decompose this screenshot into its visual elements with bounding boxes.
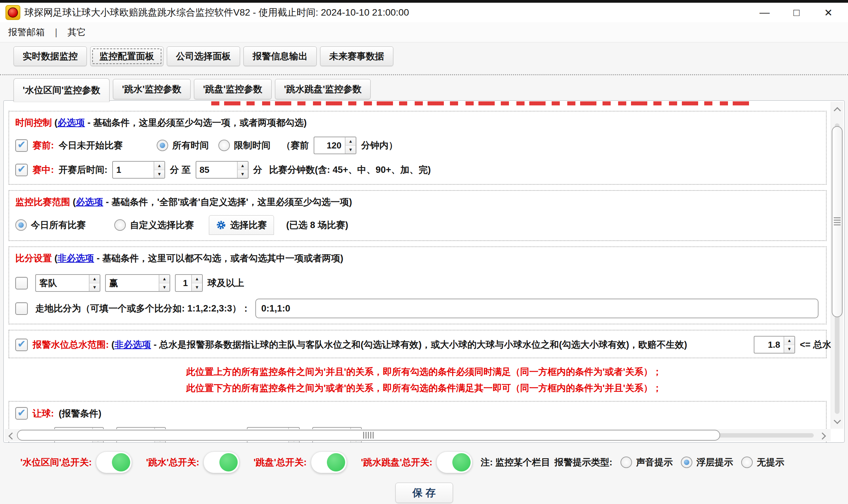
save-button[interactable]: 保 存	[395, 483, 453, 503]
no-alert-radio-group[interactable]: 无提示	[741, 456, 784, 468]
diving-jump-switch-label: '跳水跳盘'总开关:	[361, 456, 432, 468]
handicap-checkbox[interactable]	[15, 407, 28, 420]
spin-up-icon[interactable]	[89, 275, 100, 283]
goals-spinner[interactable]: 1	[175, 274, 203, 292]
relation-note-below: 此位置下方的所有监控条件之间为'或者'的关系，即所有勾选的条件满足其一即可（同一…	[4, 380, 844, 396]
scroll-down-icon[interactable]	[831, 415, 843, 427]
sound-alert-radio-group[interactable]: 声音提示	[620, 456, 673, 468]
tab-company-select[interactable]: 公司选择面板	[167, 47, 240, 66]
handicap-label: 让球:	[33, 408, 54, 420]
handicap-note: (报警条件)	[59, 408, 101, 420]
toggle-knob	[112, 453, 130, 471]
team-select[interactable]: 客队	[35, 274, 100, 292]
config-panel: 时间控制 (必选项 - 基础条件，这里必须至少勾选一项，或者两项都勾选) 赛前:…	[3, 100, 845, 443]
spin-up-icon[interactable]	[784, 337, 794, 345]
limit-time-radio-group[interactable]: 限制时间	[218, 139, 270, 151]
vertical-scrollbar[interactable]	[831, 102, 843, 429]
no-alert-radio[interactable]	[741, 456, 753, 468]
spin-down-icon[interactable]	[192, 283, 202, 291]
menu-separator: |	[55, 27, 57, 38]
match-minute-to-spinner[interactable]: 85	[196, 161, 249, 179]
overlay-alert-radio[interactable]	[681, 456, 692, 468]
menu-item-other[interactable]: 其它	[66, 25, 88, 39]
clipped-red-text-line	[211, 101, 751, 105]
water-range-toggle[interactable]	[96, 451, 132, 473]
subtab-diving-jump[interactable]: '跳水跳盘'监控参数	[275, 79, 371, 99]
subtab-water-range[interactable]: '水位区间'监控参数	[14, 78, 109, 102]
close-button[interactable]: ✕	[819, 5, 838, 20]
sound-alert-radio[interactable]	[620, 456, 632, 468]
result-select[interactable]: 赢	[105, 274, 170, 292]
tab-realtime-monitor[interactable]: 实时数据监控	[14, 47, 87, 66]
gear-icon	[216, 220, 226, 230]
custom-select-radio-group[interactable]: 自定义选择比赛	[114, 219, 194, 231]
horizontal-scrollbar[interactable]	[5, 429, 831, 441]
match-range-heading: 监控比赛范围 (必选项 - 基础条件，'全部'或者'自定义选择'，这里必须至少勾…	[15, 195, 820, 209]
main-tabs: 实时数据监控 监控配置面板 公司选择面板 报警信息输出 未来赛事数据	[0, 42, 848, 66]
maximize-button[interactable]: □	[787, 5, 806, 20]
match-range-row: 今日所有比赛 自定义选择比赛 选择比赛 (已选 8 场比赛)	[15, 215, 820, 235]
spin-up-icon[interactable]	[346, 137, 356, 146]
match-minute-from-spinner[interactable]: 1	[112, 161, 165, 179]
section-time-control: 时间控制 (必选项 - 基础条件，这里必须至少勾选一项，或者两项都勾选) 赛前:…	[8, 111, 827, 185]
custom-select-radio[interactable]	[114, 219, 126, 231]
score-condition-checkbox[interactable]	[15, 277, 28, 289]
live-score-row: 走地比分为（可填一个或多个比分如: 1:1,2:2,3:3）：	[15, 299, 820, 318]
live-score-checkbox[interactable]	[15, 302, 28, 315]
spin-down-icon[interactable]	[784, 345, 794, 353]
window-controls: — □ ✕	[755, 5, 848, 20]
total-water-checkbox[interactable]	[15, 339, 28, 351]
pre-match-checkbox[interactable]	[15, 139, 28, 152]
select-matches-button[interactable]: 选择比赛	[209, 215, 274, 235]
spin-down-icon[interactable]	[154, 170, 164, 178]
overlay-alert-radio-group[interactable]: 浮层提示	[681, 456, 733, 468]
relation-notes: 此位置上方的所有监控条件之间为'并且'的关系，即所有勾选的条件必须同时满足（同一…	[4, 364, 844, 396]
horizontal-scroll-thumb[interactable]	[17, 430, 720, 440]
spin-down-icon[interactable]	[346, 146, 356, 154]
spin-up-icon[interactable]	[154, 162, 164, 170]
live-score-input[interactable]	[255, 299, 818, 318]
total-water-suffix: <= 总水	[800, 339, 831, 351]
diving-switch-label: '跳水'总开关:	[146, 456, 199, 468]
subtab-jump-plate[interactable]: '跳盘'监控参数	[194, 79, 271, 99]
today-all-radio-group[interactable]: 今日所有比赛	[15, 219, 86, 231]
tab-future-matches[interactable]: 未来赛事数据	[320, 47, 393, 66]
scroll-left-icon[interactable]	[5, 429, 17, 441]
spin-up-icon[interactable]	[238, 162, 248, 170]
in-match-desc: 开赛后时间:	[59, 164, 107, 176]
window-top-border	[0, 0, 848, 3]
subtab-diving[interactable]: '跳水'监控参数	[113, 79, 191, 99]
time-control-heading: 时间控制 (必选项 - 基础条件，这里必须至少勾选一项，或者两项都勾选)	[15, 115, 820, 130]
in-match-row: 赛中: 开赛后时间: 1 分 至 85 分 比赛分钟数(含: 45+、中、90+…	[15, 161, 820, 179]
all-time-radio-group[interactable]: 所有时间	[157, 139, 209, 151]
minimize-button[interactable]: —	[755, 5, 774, 20]
tab-monitor-config[interactable]: 监控配置面板	[90, 47, 163, 66]
jump-plate-toggle[interactable]	[311, 451, 347, 473]
spin-down-icon[interactable]	[89, 283, 100, 291]
spin-down-icon[interactable]	[159, 283, 170, 291]
in-match-checkbox[interactable]	[15, 164, 28, 176]
minute-note: 比赛分钟数(含: 45+、中、90+、加、完)	[269, 164, 431, 176]
pre-match-row: 赛前: 今日未开始比赛 所有时间 限制时间 （赛前 120 分钟内）	[15, 137, 820, 154]
tab-alert-output[interactable]: 报警信息输出	[244, 47, 317, 66]
total-water-text: 报警水位总水范围: (非必选项 - 总水是报警那条数据指让球的主队与客队水位之和…	[33, 339, 687, 351]
section-total-water: 报警水位总水范围: (非必选项 - 总水是报警那条数据指让球的主队与客队水位之和…	[8, 330, 827, 358]
section-match-range: 监控比赛范围 (必选项 - 基础条件，'全部'或者'自定义选择'，这里必须至少勾…	[8, 190, 827, 241]
spin-down-icon[interactable]	[238, 170, 248, 178]
menu-item-alert-email[interactable]: 报警邮箱	[6, 25, 47, 39]
diving-jump-toggle[interactable]	[436, 451, 472, 473]
spin-up-icon[interactable]	[159, 275, 170, 283]
scroll-up-icon[interactable]	[831, 104, 843, 116]
all-time-radio[interactable]	[157, 140, 168, 151]
limit-time-radio[interactable]	[218, 140, 230, 151]
today-all-radio[interactable]	[15, 219, 27, 231]
scroll-right-icon[interactable]	[817, 429, 829, 441]
spin-up-icon[interactable]	[192, 275, 202, 283]
pre-minutes-spinner[interactable]: 120	[314, 137, 356, 154]
score-setting-heading: 比分设置 (非必选项 - 基础条件，这里可以都不勾选，或者勾选其中一项或者两项)	[15, 251, 820, 265]
vertical-scroll-thumb[interactable]	[832, 126, 843, 317]
handicap-heading-row: 让球: (报警条件)	[15, 407, 820, 420]
footer-switch-bar: '水位区间'总开关: '跳水'总开关: '跳盘'总开关: '跳水跳盘'总开关: …	[0, 451, 848, 473]
total-water-spinner[interactable]: 1.8	[754, 336, 795, 354]
diving-toggle[interactable]	[204, 451, 240, 473]
